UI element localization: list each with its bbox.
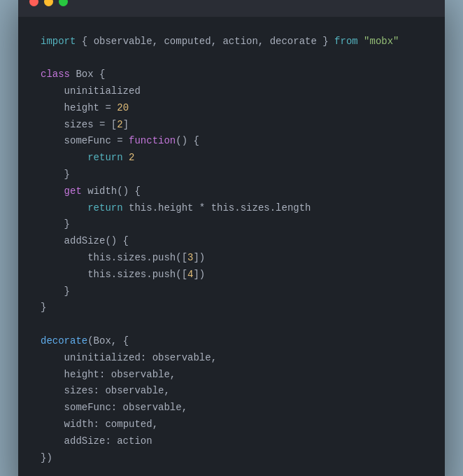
decorate-addsize-line: addSize: action bbox=[41, 433, 422, 450]
somefunc-line: someFunc = function() { bbox=[41, 133, 422, 150]
decorate-width-line: width: computed, bbox=[41, 416, 422, 433]
titlebar bbox=[18, 0, 445, 17]
close-class-line: } bbox=[41, 300, 422, 316]
decorate-open-line: decorate(Box, { bbox=[41, 333, 422, 350]
close-somefunc-line: } bbox=[41, 167, 422, 183]
close-get-line: } bbox=[41, 216, 422, 233]
class-line: class Box { bbox=[41, 66, 422, 83]
maximize-button[interactable] bbox=[59, 0, 68, 6]
addsize-line: addSize() { bbox=[41, 233, 422, 250]
push-4-line: this.sizes.push([4]) bbox=[41, 267, 422, 284]
import-line: import { observable, computed, action, d… bbox=[41, 34, 422, 50]
code-window: import { observable, computed, action, d… bbox=[18, 0, 445, 476]
close-button[interactable] bbox=[29, 0, 38, 6]
get-width-line: get width() { bbox=[41, 183, 422, 200]
uninitialized-line: uninitialized bbox=[41, 83, 422, 100]
decorate-height-line: height: observable, bbox=[41, 367, 422, 384]
minimize-button[interactable] bbox=[44, 0, 53, 6]
decorate-sizes-line: sizes: observable, bbox=[41, 383, 422, 400]
code-editor: import { observable, computed, action, d… bbox=[18, 17, 445, 476]
return-2-line: return 2 bbox=[41, 150, 422, 167]
push-3-line: this.sizes.push([3]) bbox=[41, 250, 422, 267]
decorate-close-line: }) bbox=[41, 450, 422, 467]
return-width-line: return this.height * this.sizes.length bbox=[41, 200, 422, 217]
close-addsize-line: } bbox=[41, 284, 422, 300]
decorate-somefunc-line: someFunc: observable, bbox=[41, 400, 422, 416]
decorate-uninitialized-line: uninitialized: observable, bbox=[41, 350, 422, 367]
height-line: height = 20 bbox=[41, 100, 422, 117]
sizes-line: sizes = [2] bbox=[41, 117, 422, 134]
